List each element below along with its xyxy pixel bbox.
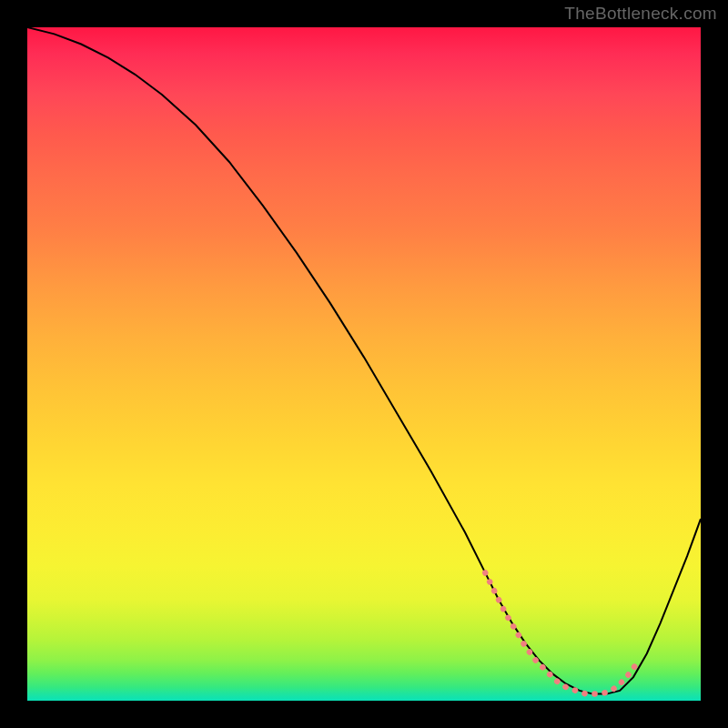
chart-svg: [27, 27, 701, 701]
optimal-range-dots: [485, 572, 637, 693]
plot-area: [27, 27, 701, 701]
watermark-label: TheBottleneck.com: [564, 4, 717, 24]
bottleneck-curve: [27, 27, 701, 694]
chart-container: TheBottleneck.com: [0, 0, 728, 728]
